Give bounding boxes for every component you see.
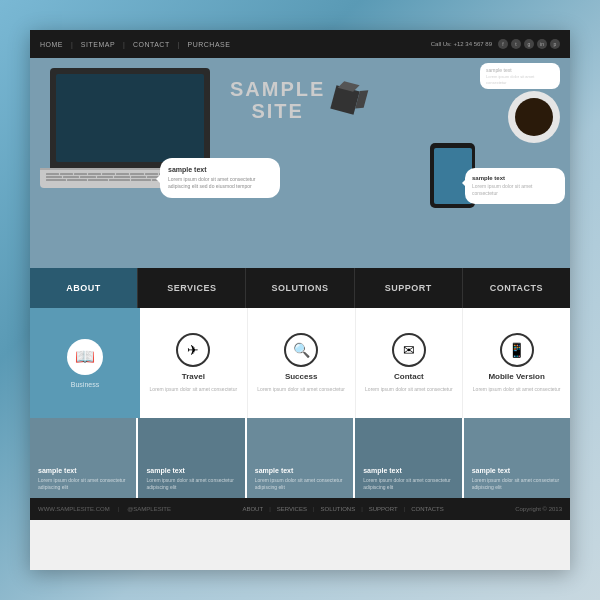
hero-section: sample text Lorem ipsum dolor sit amet c…	[30, 58, 570, 268]
nav-contact[interactable]: CONTACT	[133, 41, 170, 48]
nav-purchase[interactable]: PURCHASE	[188, 41, 231, 48]
social-pinterest[interactable]: p	[550, 39, 560, 49]
mobile-icon: 📱	[500, 333, 534, 367]
footer-contacts[interactable]: CONTACTS	[411, 506, 444, 512]
footer-copyright: Copyright © 2013	[515, 506, 562, 512]
service-travel-name: Travel	[182, 372, 205, 381]
footer-handle: @SAMPLESITE	[127, 506, 171, 512]
coffee-inner	[515, 98, 553, 136]
thumb-4-text: Lorem ipsum dolor sit amet consectetur a…	[363, 477, 453, 490]
bubble-right-title: sample text	[472, 175, 558, 181]
thumbnail-row: sample text Lorem ipsum dolor sit amet c…	[30, 418, 570, 498]
services-grid: ✈ Travel Lorem ipsum dolor sit amet cons…	[140, 308, 570, 418]
tab-services[interactable]: SERVICES	[138, 268, 246, 308]
call-text: Call Us: +12 34 567 89	[431, 41, 492, 47]
laptop-screen	[50, 68, 210, 168]
service-contact-desc: Lorem ipsum dolor sit amet consectetur	[365, 386, 453, 393]
social-google[interactable]: g	[524, 39, 534, 49]
tab-contacts[interactable]: CONTACTS	[463, 268, 570, 308]
footer-url: WWW.SAMPLESITE.COM	[38, 506, 110, 512]
about-column: 📖 Business	[30, 308, 140, 418]
social-facebook[interactable]: f	[498, 39, 508, 49]
brand-area: SAMPLESITE	[230, 78, 357, 122]
thumb-5-title: sample text	[472, 467, 562, 474]
thumb-3-title: sample text	[255, 467, 345, 474]
thumb-2: sample text Lorem ipsum dolor sit amet c…	[138, 418, 246, 498]
travel-icon: ✈	[176, 333, 210, 367]
service-success-desc: Lorem ipsum dolor sit amet consectetur	[257, 386, 345, 393]
tab-about[interactable]: ABOUT	[30, 268, 138, 308]
service-success-name: Success	[285, 372, 317, 381]
thumb-1-text: Lorem ipsum dolor sit amet consectetur a…	[38, 477, 128, 490]
thumb-5-text: Lorem ipsum dolor sit amet consectetur a…	[472, 477, 562, 490]
services-section: 📖 Business ✈ Travel Lorem ipsum dolor si…	[30, 308, 570, 418]
service-travel: ✈ Travel Lorem ipsum dolor sit amet cons…	[140, 308, 248, 418]
thumb-3-text: Lorem ipsum dolor sit amet consectetur a…	[255, 477, 345, 490]
bubble-right-text: Lorem ipsum dolor sit amet consectetur	[472, 183, 558, 197]
coffee-area: sample textLorem ipsum dolor sit amet co…	[508, 63, 560, 143]
nav-sitemap[interactable]: SITEMAP	[81, 41, 115, 48]
footer-about[interactable]: ABOUT	[242, 506, 263, 512]
laptop-screen-inner	[56, 74, 204, 162]
footer-support[interactable]: SUPPORT	[369, 506, 398, 512]
bubble-left-text: Lorem ipsum dolor sit amet consectetur a…	[168, 176, 272, 190]
service-travel-desc: Lorem ipsum dolor sit amet consectetur	[150, 386, 238, 393]
thumb-4-title: sample text	[363, 467, 453, 474]
thumb-5: sample text Lorem ipsum dolor sit amet c…	[464, 418, 570, 498]
service-mobile-desc: Lorem ipsum dolor sit amet consectetur	[473, 386, 561, 393]
service-mobile: 📱 Mobile Version Lorem ipsum dolor sit a…	[463, 308, 570, 418]
search-icon: 🔍	[284, 333, 318, 367]
thumb-3: sample text Lorem ipsum dolor sit amet c…	[247, 418, 355, 498]
footer-links: ABOUT | SERVICES | SOLUTIONS | SUPPORT |…	[242, 506, 443, 512]
nav-home[interactable]: HOME	[40, 41, 63, 48]
thumb-1-title: sample text	[38, 467, 128, 474]
header-nav: HOME | SITEMAP | CONTACT | PURCHASE	[40, 41, 230, 48]
about-icon: 📖	[67, 339, 103, 375]
footer-left: WWW.SAMPLESITE.COM | @SAMPLESITE	[38, 506, 171, 512]
thumb-2-text: Lorem ipsum dolor sit amet consectetur a…	[146, 477, 236, 490]
tab-solutions[interactable]: SOLUTIONS	[246, 268, 354, 308]
bubble-right: sample text Lorem ipsum dolor sit amet c…	[465, 168, 565, 204]
social-twitter[interactable]: t	[511, 39, 521, 49]
site-card: HOME | SITEMAP | CONTACT | PURCHASE Call…	[30, 30, 570, 570]
mail-icon: ✉	[392, 333, 426, 367]
footer-solutions[interactable]: SOLUTIONS	[320, 506, 355, 512]
social-icons: f t g in p	[498, 39, 560, 49]
bubble-right-tail	[457, 178, 467, 188]
about-label: Business	[71, 381, 99, 388]
coffee-cup	[508, 91, 560, 143]
nav-tabs: ABOUT SERVICES SOLUTIONS SUPPORT CONTACT…	[30, 268, 570, 308]
tab-support[interactable]: SUPPORT	[355, 268, 463, 308]
bubble-left-title: sample text	[168, 166, 272, 173]
service-mobile-name: Mobile Version	[488, 372, 544, 381]
brand-cube-icon	[331, 85, 360, 114]
service-success: 🔍 Success Lorem ipsum dolor sit amet con…	[248, 308, 356, 418]
footer-services[interactable]: SERVICES	[277, 506, 307, 512]
header: HOME | SITEMAP | CONTACT | PURCHASE Call…	[30, 30, 570, 58]
brand-text: SAMPLESITE	[230, 78, 325, 122]
service-contact: ✉ Contact Lorem ipsum dolor sit amet con…	[356, 308, 464, 418]
footer: WWW.SAMPLESITE.COM | @SAMPLESITE ABOUT |…	[30, 498, 570, 520]
thumb-4: sample text Lorem ipsum dolor sit amet c…	[355, 418, 463, 498]
social-linkedin[interactable]: in	[537, 39, 547, 49]
service-contact-name: Contact	[394, 372, 424, 381]
header-right: Call Us: +12 34 567 89 f t g in p	[431, 39, 560, 49]
thumb-1: sample text Lorem ipsum dolor sit amet c…	[30, 418, 138, 498]
coffee-bubble: sample textLorem ipsum dolor sit amet co…	[480, 63, 560, 89]
thumb-2-title: sample text	[146, 467, 236, 474]
bubble-left: sample text Lorem ipsum dolor sit amet c…	[160, 158, 280, 198]
